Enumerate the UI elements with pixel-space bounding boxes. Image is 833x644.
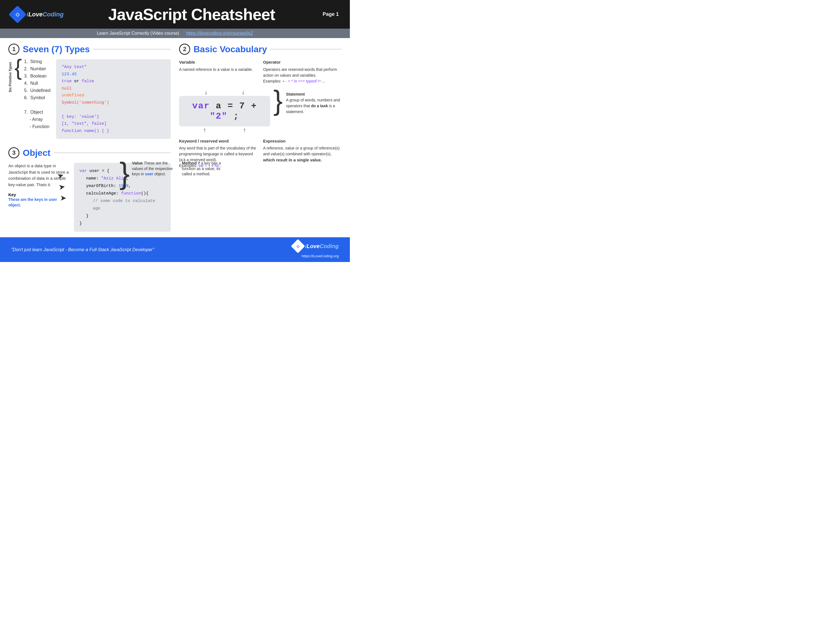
section2-num: 2	[179, 43, 190, 55]
arrow-up-icon: ↑	[203, 126, 206, 134]
operator-example-code: + - = * in === typeof !=	[282, 79, 321, 83]
footer-diamond-icon: ◇	[291, 239, 305, 253]
subheader-link[interactable]: https://ilovecoding.org/courses/js2	[186, 31, 253, 35]
footer-logo: ◇ iLoveCoding https://iLoveCoding.org	[293, 241, 339, 258]
list-item: 1. String	[24, 59, 50, 64]
section2-header: 2 Basic Vocabulary	[179, 43, 341, 55]
logo-icon-inner: ◇	[16, 11, 19, 18]
key-user-link: user	[49, 197, 57, 202]
code-object: { key: 'value'}	[62, 114, 99, 119]
code-var: var	[79, 169, 87, 173]
arrows-down: ↓ ↓	[179, 89, 270, 96]
types-list-wrapper: Six Primitive Types { 1. String 2. Numbe…	[8, 59, 50, 131]
stmt-a: a	[216, 101, 227, 111]
keyword-desc: Any word that is part of the vocabulary …	[179, 146, 256, 162]
stmt-eq: =	[227, 101, 239, 111]
right-column: 2 Basic Vocabulary Variable A named refe…	[179, 43, 341, 232]
vertical-label: Six Primitive Types	[8, 62, 12, 92]
section-types: 1 Seven (7) Types Six Primitive Types { …	[8, 43, 171, 139]
expression-bold: which result in a single value.	[263, 157, 342, 163]
footer-logo-text: iLoveCoding	[305, 243, 339, 250]
footer-logo-row: ◇ iLoveCoding	[293, 241, 339, 251]
code-line: "Any text"	[62, 64, 165, 71]
code-array: [1, "text", false]	[62, 121, 107, 126]
section-vocab: 2 Basic Vocabulary Variable A named refe…	[179, 43, 341, 169]
code-symbol: Symbol('something')	[62, 100, 109, 105]
code-line: }	[79, 220, 165, 227]
statement-row: ↓ ↓ var a = 7 + "2" ; ↑	[179, 89, 341, 134]
variable-title: Variable	[179, 59, 258, 66]
header: ◇ iLoveCoding JavaScript Cheatsheet Page…	[0, 0, 350, 29]
footer-diamond-inner: ◇	[296, 244, 299, 248]
code-line: Symbol('something')	[62, 99, 165, 106]
brace-right-stmt-icon: }	[273, 90, 283, 111]
right-annotations: } Value These are the values of the resp…	[119, 160, 226, 186]
code-line: null	[62, 85, 165, 92]
arrows-up: ↑ ↑	[179, 126, 270, 134]
value-user-link: user	[145, 172, 153, 176]
statement-title: Statement	[286, 92, 305, 97]
logo-area: ◇ iLoveCoding	[11, 8, 67, 21]
section1-divider	[93, 49, 171, 50]
variable-col: Variable A named reference to a value is…	[179, 59, 258, 84]
object-code-area: ➤ ➤ ➤ var user = { name: "Aziz Ali", yea…	[74, 163, 171, 232]
code-line: true or false	[62, 78, 165, 85]
list-item: 2. Number	[24, 66, 50, 71]
code-string: "Any text"	[62, 65, 87, 69]
value-desc-suffix: object.	[153, 172, 166, 176]
logo-love: Love	[28, 11, 42, 18]
code-line: [1, "text", false]	[62, 120, 165, 127]
types-list: 1. String 2. Number 3. Boolean 4. Null 5…	[24, 59, 50, 131]
logo-diamond-icon: ◇	[8, 5, 26, 23]
code-null: null	[62, 86, 72, 91]
key-desc-suffix: object.	[8, 203, 21, 207]
list-item: - Array	[24, 117, 50, 122]
statement-annotation: Statement A group of words, numbers and …	[286, 89, 341, 115]
section3-title: Object	[23, 148, 50, 158]
footer-url: https://iLoveCoding.org	[302, 254, 339, 258]
variable-desc: A named reference to a value is a variab…	[179, 67, 252, 72]
subheader-text: Learn JavaScript Correctly (Video course…	[97, 31, 179, 35]
code-function-keyword: function	[121, 191, 141, 196]
expression-desc: A reference, value or a group of referen…	[263, 146, 342, 163]
subheader: Learn JavaScript Correctly (Video course…	[0, 29, 350, 38]
brace-right-icon: }	[119, 160, 130, 186]
code-line: function name() { }	[62, 127, 165, 135]
code-line: calculateAge: function(){	[79, 190, 165, 197]
footer: "Don't just learn JavaScript - Become a …	[0, 237, 350, 262]
operator-desc: Operators are reserved-words that perfor…	[263, 67, 337, 77]
section1-header: 1 Seven (7) Types	[8, 43, 171, 55]
operator-title: Operator	[263, 59, 342, 66]
code-function: function name() { }	[62, 129, 109, 134]
left-column: 1 Seven (7) Types Six Primitive Types { …	[8, 43, 171, 232]
list-item	[24, 103, 50, 108]
code-line: }	[79, 212, 165, 220]
code-line: 123.45	[62, 71, 165, 78]
key-desc-text: These are the keys in	[8, 197, 49, 202]
footer-coding: Coding	[320, 243, 339, 249]
section2-divider	[270, 49, 341, 50]
stmt-plus: +	[251, 101, 257, 111]
stmt-str: "2"	[210, 111, 228, 121]
section1-num: 1	[8, 43, 19, 55]
object-content: An object is a data type in JavaScript t…	[8, 163, 171, 232]
arrow-icon: ➤	[60, 193, 66, 203]
method-title: Method	[182, 161, 196, 165]
stmt-var: var	[192, 101, 210, 111]
statement-bold: do a task	[311, 104, 328, 108]
code-line	[62, 106, 165, 113]
code-true: true	[62, 79, 72, 84]
expression-title: Expression	[263, 138, 342, 145]
code-line: undefined	[62, 92, 165, 99]
statement-box: var a = 7 + "2" ;	[179, 96, 270, 126]
list-item: 7. Object	[24, 110, 50, 115]
vocab-top-row: Variable A named reference to a value is…	[179, 59, 341, 84]
code-number: 123.45	[62, 72, 77, 77]
logo-text: iLoveCoding	[27, 11, 64, 18]
section2-title: Basic Vocabulary	[193, 44, 267, 55]
code-undefined: undefined	[62, 93, 84, 98]
brace-left-icon: {	[14, 56, 22, 79]
page-number: Page 1	[317, 11, 339, 17]
operator-col: Operator Operators are reserved-words th…	[263, 59, 342, 84]
list-item: 5. Undefined	[24, 88, 50, 93]
